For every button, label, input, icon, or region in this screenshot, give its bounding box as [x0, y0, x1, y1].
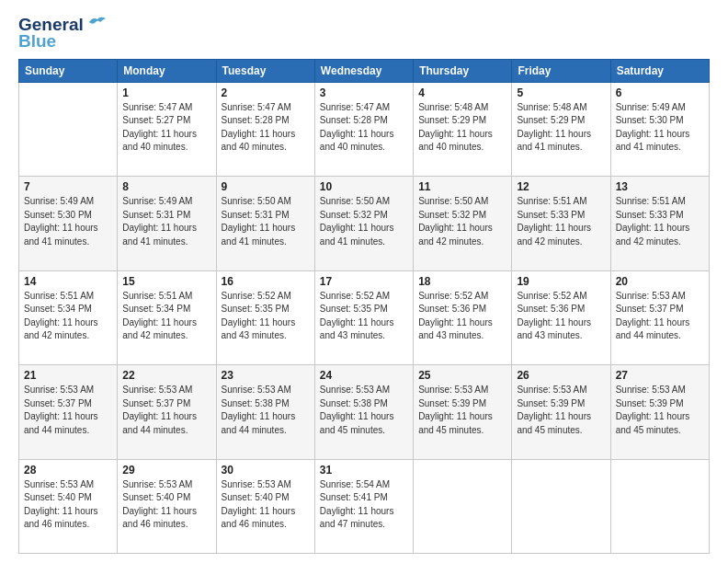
calendar-cell: 22Sunrise: 5:53 AM Sunset: 5:37 PM Dayli… [118, 365, 216, 459]
day-number: 30 [222, 464, 310, 477]
day-info: Sunrise: 5:47 AM Sunset: 5:27 PM Dayligh… [122, 101, 210, 155]
calendar-week-5: 28Sunrise: 5:53 AM Sunset: 5:40 PM Dayli… [19, 459, 710, 553]
day-number: 13 [616, 180, 704, 193]
day-info: Sunrise: 5:50 AM Sunset: 5:31 PM Dayligh… [222, 195, 310, 248]
calendar-cell: 30Sunrise: 5:53 AM Sunset: 5:40 PM Dayli… [216, 459, 314, 553]
header: General Blue [18, 15, 710, 52]
calendar-week-2: 7Sunrise: 5:49 AM Sunset: 5:30 PM Daylig… [19, 177, 710, 270]
calendar-week-1: 1Sunrise: 5:47 AM Sunset: 5:27 PM Daylig… [19, 82, 710, 176]
weekday-header-sunday: Sunday [19, 59, 118, 82]
calendar-cell: 19Sunrise: 5:52 AM Sunset: 5:36 PM Dayli… [512, 270, 610, 364]
day-number: 4 [418, 86, 506, 99]
calendar-cell: 1Sunrise: 5:47 AM Sunset: 5:27 PM Daylig… [118, 82, 216, 176]
day-info: Sunrise: 5:51 AM Sunset: 5:34 PM Dayligh… [122, 290, 210, 343]
calendar-cell: 9Sunrise: 5:50 AM Sunset: 5:31 PM Daylig… [216, 177, 314, 270]
calendar-cell: 15Sunrise: 5:51 AM Sunset: 5:34 PM Dayli… [118, 270, 216, 364]
calendar-cell [512, 459, 610, 553]
calendar-cell [610, 459, 709, 553]
calendar-cell: 29Sunrise: 5:53 AM Sunset: 5:40 PM Dayli… [118, 459, 216, 553]
day-info: Sunrise: 5:47 AM Sunset: 5:28 PM Dayligh… [320, 101, 408, 155]
day-info: Sunrise: 5:49 AM Sunset: 5:31 PM Dayligh… [122, 195, 210, 248]
weekday-header-saturday: Saturday [610, 59, 709, 82]
calendar-week-4: 21Sunrise: 5:53 AM Sunset: 5:37 PM Dayli… [19, 365, 710, 459]
day-info: Sunrise: 5:48 AM Sunset: 5:29 PM Dayligh… [418, 101, 506, 155]
day-info: Sunrise: 5:48 AM Sunset: 5:29 PM Dayligh… [517, 101, 605, 155]
day-info: Sunrise: 5:53 AM Sunset: 5:38 PM Dayligh… [320, 384, 408, 437]
day-number: 16 [222, 275, 310, 288]
day-number: 10 [320, 180, 408, 193]
day-number: 15 [122, 275, 210, 288]
calendar-cell: 23Sunrise: 5:53 AM Sunset: 5:38 PM Dayli… [216, 365, 314, 459]
day-info: Sunrise: 5:53 AM Sunset: 5:37 PM Dayligh… [122, 384, 210, 437]
calendar-week-3: 14Sunrise: 5:51 AM Sunset: 5:34 PM Dayli… [19, 270, 710, 364]
calendar-cell: 5Sunrise: 5:48 AM Sunset: 5:29 PM Daylig… [512, 82, 610, 176]
calendar-cell: 14Sunrise: 5:51 AM Sunset: 5:34 PM Dayli… [19, 270, 118, 364]
weekday-header-friday: Friday [512, 59, 610, 82]
day-number: 25 [418, 369, 506, 382]
day-info: Sunrise: 5:53 AM Sunset: 5:40 PM Dayligh… [122, 478, 210, 532]
day-info: Sunrise: 5:51 AM Sunset: 5:33 PM Dayligh… [616, 195, 704, 248]
calendar-cell: 26Sunrise: 5:53 AM Sunset: 5:39 PM Dayli… [512, 365, 610, 459]
calendar-cell: 13Sunrise: 5:51 AM Sunset: 5:33 PM Dayli… [610, 177, 709, 270]
day-number: 12 [517, 180, 605, 193]
calendar-cell: 4Sunrise: 5:48 AM Sunset: 5:29 PM Daylig… [414, 82, 512, 176]
day-info: Sunrise: 5:54 AM Sunset: 5:41 PM Dayligh… [320, 478, 408, 532]
weekday-header-wednesday: Wednesday [314, 59, 413, 82]
day-number: 11 [418, 180, 506, 193]
calendar-cell: 25Sunrise: 5:53 AM Sunset: 5:39 PM Dayli… [414, 365, 512, 459]
day-number: 21 [24, 369, 112, 382]
calendar-cell: 12Sunrise: 5:51 AM Sunset: 5:33 PM Dayli… [512, 177, 610, 270]
day-number: 5 [517, 86, 605, 99]
day-info: Sunrise: 5:53 AM Sunset: 5:37 PM Dayligh… [616, 290, 704, 343]
day-info: Sunrise: 5:49 AM Sunset: 5:30 PM Dayligh… [616, 101, 704, 155]
day-number: 20 [616, 275, 704, 288]
day-number: 19 [517, 275, 605, 288]
day-info: Sunrise: 5:53 AM Sunset: 5:40 PM Dayligh… [222, 478, 310, 532]
day-info: Sunrise: 5:53 AM Sunset: 5:37 PM Dayligh… [24, 384, 112, 437]
calendar-cell: 20Sunrise: 5:53 AM Sunset: 5:37 PM Dayli… [610, 270, 709, 364]
calendar-cell: 7Sunrise: 5:49 AM Sunset: 5:30 PM Daylig… [19, 177, 118, 270]
calendar-cell: 16Sunrise: 5:52 AM Sunset: 5:35 PM Dayli… [216, 270, 314, 364]
day-number: 2 [222, 86, 310, 99]
weekday-header-tuesday: Tuesday [216, 59, 314, 82]
day-number: 29 [122, 464, 210, 477]
calendar-cell [19, 82, 118, 176]
calendar-cell: 27Sunrise: 5:53 AM Sunset: 5:39 PM Dayli… [610, 365, 709, 459]
day-info: Sunrise: 5:53 AM Sunset: 5:39 PM Dayligh… [517, 384, 605, 437]
calendar-cell: 3Sunrise: 5:47 AM Sunset: 5:28 PM Daylig… [314, 82, 413, 176]
day-number: 24 [320, 369, 408, 382]
day-info: Sunrise: 5:53 AM Sunset: 5:39 PM Dayligh… [616, 384, 704, 437]
logo-bird-icon [87, 15, 108, 29]
day-info: Sunrise: 5:47 AM Sunset: 5:28 PM Dayligh… [222, 101, 310, 155]
day-number: 3 [320, 86, 408, 99]
day-number: 9 [222, 180, 310, 193]
calendar-cell [414, 459, 512, 553]
calendar-cell: 6Sunrise: 5:49 AM Sunset: 5:30 PM Daylig… [610, 82, 709, 176]
day-number: 14 [24, 275, 112, 288]
day-number: 17 [320, 275, 408, 288]
weekday-header-monday: Monday [118, 59, 216, 82]
calendar-cell: 8Sunrise: 5:49 AM Sunset: 5:31 PM Daylig… [118, 177, 216, 270]
calendar-cell: 10Sunrise: 5:50 AM Sunset: 5:32 PM Dayli… [314, 177, 413, 270]
day-number: 27 [616, 369, 704, 382]
day-info: Sunrise: 5:52 AM Sunset: 5:35 PM Dayligh… [320, 290, 408, 343]
calendar-cell: 17Sunrise: 5:52 AM Sunset: 5:35 PM Dayli… [314, 270, 413, 364]
calendar-table: SundayMondayTuesdayWednesdayThursdayFrid… [18, 59, 710, 554]
weekday-header-thursday: Thursday [414, 59, 512, 82]
day-info: Sunrise: 5:53 AM Sunset: 5:40 PM Dayligh… [24, 478, 112, 532]
day-info: Sunrise: 5:50 AM Sunset: 5:32 PM Dayligh… [320, 195, 408, 248]
day-number: 7 [24, 180, 112, 193]
day-info: Sunrise: 5:51 AM Sunset: 5:34 PM Dayligh… [24, 290, 112, 343]
calendar-cell: 18Sunrise: 5:52 AM Sunset: 5:36 PM Dayli… [414, 270, 512, 364]
day-number: 6 [616, 86, 704, 99]
day-number: 28 [24, 464, 112, 477]
day-info: Sunrise: 5:52 AM Sunset: 5:36 PM Dayligh… [517, 290, 605, 343]
calendar-cell: 11Sunrise: 5:50 AM Sunset: 5:32 PM Dayli… [414, 177, 512, 270]
day-number: 18 [418, 275, 506, 288]
logo: General Blue [18, 15, 108, 52]
calendar-cell: 2Sunrise: 5:47 AM Sunset: 5:28 PM Daylig… [216, 82, 314, 176]
day-info: Sunrise: 5:51 AM Sunset: 5:33 PM Dayligh… [517, 195, 605, 248]
calendar-cell: 28Sunrise: 5:53 AM Sunset: 5:40 PM Dayli… [19, 459, 118, 553]
logo-blue: Blue [18, 31, 56, 52]
day-info: Sunrise: 5:50 AM Sunset: 5:32 PM Dayligh… [418, 195, 506, 248]
